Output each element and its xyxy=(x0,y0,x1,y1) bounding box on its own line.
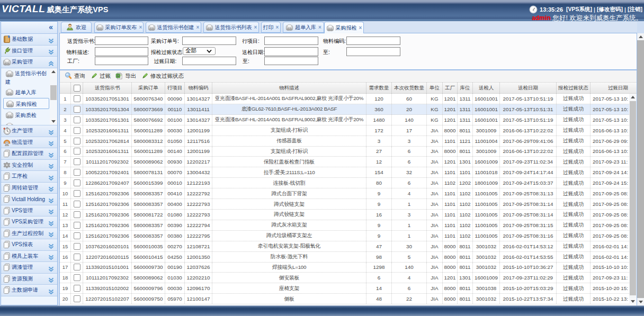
grid-column-header-送检人[interactable]: 送检人 xyxy=(473,83,500,94)
grid-row-12[interactable]: 1212516201709230658000817220108012222793… xyxy=(60,210,629,220)
sidebar-item-采购管理[interactable]: 采购管理 xyxy=(1,57,57,68)
row-checkbox[interactable] xyxy=(74,222,80,229)
grid-row-7[interactable]: 710111201709230258000890620093012202217保… xyxy=(60,157,629,167)
filter-input-至[interactable] xyxy=(346,47,400,56)
grid-column-header-采购订单[interactable]: 采购订单 xyxy=(132,83,165,94)
submenu-item-partial[interactable] xyxy=(1,121,50,125)
row-checkbox[interactable] xyxy=(74,285,80,292)
submenu-scrollbar[interactable] xyxy=(50,68,57,125)
toolbar-button-过账[interactable]: 过账 xyxy=(90,72,111,80)
collapse-sidebar-icon[interactable]: « xyxy=(49,23,53,31)
grid-column-header-单位[interactable]: 单位 xyxy=(427,83,443,94)
tab-采购订单发布[interactable]: 采购订单发布× xyxy=(94,22,144,33)
page-vertical-scrollbar[interactable] xyxy=(637,33,644,305)
chevron-double-down-icon[interactable] xyxy=(48,38,54,44)
tab-close-icon[interactable]: × xyxy=(139,25,142,30)
sidebar-item-VPS管理[interactable]: VPS管理 xyxy=(1,205,57,217)
logout-link[interactable]: [注销] xyxy=(628,6,642,13)
chevron-double-down-icon[interactable] xyxy=(48,198,54,204)
chevron-double-down-icon[interactable] xyxy=(48,164,54,169)
chevron-double-down-icon[interactable] xyxy=(48,186,54,192)
chevron-double-down-icon[interactable] xyxy=(48,49,54,55)
chevron-double-up-icon[interactable] xyxy=(48,61,54,67)
filter-input-至[interactable] xyxy=(264,57,318,66)
grid-row-15[interactable]: 1510376201602010156000100350027012108721… xyxy=(60,241,629,252)
sidebar-item-生产管理[interactable]: 生产管理 xyxy=(1,125,57,137)
grid-row-6[interactable]: 610253201606131156000112890014012001199支… xyxy=(60,147,629,157)
tab-close-icon[interactable]: × xyxy=(318,25,321,30)
submenu-item-采购报检[interactable]: 采购报检 xyxy=(3,98,49,109)
tab-close-icon[interactable]: × xyxy=(196,25,200,30)
chevron-double-down-icon[interactable] xyxy=(48,277,54,283)
row-checkbox[interactable] xyxy=(74,190,80,197)
grid-row-5[interactable]: 510253201706281458000833120105012117516传… xyxy=(60,136,629,147)
row-checkbox[interactable] xyxy=(74,127,80,134)
sidebar-item-工序检[interactable]: 工序检 xyxy=(1,171,57,183)
sidebar-item-周转箱管理[interactable]: 周转箱管理 xyxy=(1,183,57,194)
sidebar-item-基础数据[interactable]: 基础数据 xyxy=(1,34,57,46)
grid-scroll-thumb[interactable] xyxy=(630,101,636,295)
filter-input-行项目[interactable] xyxy=(264,37,318,46)
filter-input-物料编码[interactable] xyxy=(346,37,400,46)
change-password-link[interactable]: [修改密码] xyxy=(597,6,623,13)
sidebar-item-物流管理[interactable]: 物流管理 xyxy=(1,137,57,149)
sidebar-item-安全控制[interactable]: 安全控制 xyxy=(1,160,57,171)
grid-row-1[interactable]: 110335201705130158000763400009013014327亚… xyxy=(60,94,629,104)
row-checkbox[interactable] xyxy=(74,232,80,239)
grid-column-header-本次收货数量[interactable]: 本次收货数量 xyxy=(392,83,427,94)
row-checkbox[interactable] xyxy=(74,254,80,260)
grid-scroll-down-icon[interactable] xyxy=(629,298,637,305)
grid-column-header-库位[interactable]: 库位 xyxy=(458,83,473,94)
chevron-double-down-icon[interactable] xyxy=(48,152,54,158)
row-checkbox[interactable] xyxy=(74,95,80,102)
grid-column-header-物料编码[interactable]: 物料编码 xyxy=(185,83,212,94)
vps-system-link[interactable]: [VPS系统] xyxy=(566,6,592,13)
page-scroll-up-icon[interactable] xyxy=(637,33,644,40)
row-checkbox[interactable] xyxy=(74,274,80,281)
row-checkbox[interactable] xyxy=(74,201,80,207)
tab-close-icon[interactable]: × xyxy=(254,25,257,30)
chevron-double-down-icon[interactable] xyxy=(48,209,54,215)
tab-close-icon[interactable]: × xyxy=(276,25,279,30)
sidebar-item-资源预测[interactable]: 资源预测 xyxy=(1,274,57,285)
grid-row-13[interactable]: 1312516201709230658000833570039012222794… xyxy=(60,220,629,231)
grid-row-8[interactable]: 810052201709240158000781310007013004432拉… xyxy=(60,167,629,178)
grid-column-header-需求数量[interactable]: 需求数量 xyxy=(366,83,392,94)
filter-input-送检日期[interactable] xyxy=(264,47,318,56)
grid-row-20[interactable]: 2012207201510220756000097500597012100147… xyxy=(60,294,629,304)
tab-超单入库[interactable]: 超单入库× xyxy=(283,22,324,33)
chevron-double-down-icon[interactable] xyxy=(48,289,54,295)
row-checkbox[interactable] xyxy=(74,158,80,165)
grid-column-header-报检过账状态[interactable]: 报检过账状态 xyxy=(557,83,591,94)
sidebar-item-生产过程控制[interactable]: 生产过程控制 xyxy=(1,228,57,240)
submenu-scroll-up-icon[interactable] xyxy=(50,68,57,75)
filter-input-物料描述[interactable] xyxy=(95,47,148,56)
row-checkbox[interactable] xyxy=(74,138,80,145)
sidebar-item-接口管理[interactable]: 接口管理 xyxy=(1,46,57,57)
filter-input-送货指示书[interactable] xyxy=(95,37,148,46)
sidebar-item-Victall Holding[interactable]: Victall Holding xyxy=(1,194,57,205)
grid-row-19[interactable]: 1911339201510200256000097960003012096170… xyxy=(60,283,629,294)
grid-row-10[interactable]: 1012516201709230658000833570041012222792… xyxy=(60,188,629,199)
row-checkbox[interactable] xyxy=(74,148,80,155)
sidebar-item-VPS报表[interactable]: VPS报表 xyxy=(1,239,57,251)
grid-column-header-过账日期[interactable]: 过账日期 xyxy=(591,83,637,94)
sidebar-item-调漆管理[interactable]: 调漆管理 xyxy=(1,262,57,274)
page-scroll-down-icon[interactable] xyxy=(637,299,644,305)
filter-input-采购订单号[interactable] xyxy=(182,37,236,46)
tab-close-icon[interactable]: × xyxy=(359,25,362,30)
grid-vertical-scrollbar[interactable] xyxy=(629,94,637,305)
grid-row-2[interactable]: 210335201705130458000736690011013011411底… xyxy=(60,104,629,115)
chevron-double-down-icon[interactable] xyxy=(48,255,54,260)
toolbar-button-导出[interactable]: 导出 xyxy=(115,72,136,80)
row-checkbox[interactable] xyxy=(74,106,80,113)
chevron-double-down-icon[interactable] xyxy=(48,221,54,227)
row-checkbox[interactable] xyxy=(74,179,80,186)
sidebar-item-主数据申请[interactable]: 主数据申请 xyxy=(1,285,57,296)
grid-column-header-行项目[interactable]: 行项目 xyxy=(165,83,185,94)
filter-select-报检过账状态[interactable]: 全部 xyxy=(183,47,216,56)
grid-column-header-工厂[interactable]: 工厂 xyxy=(443,83,458,94)
tab-采购报检[interactable]: 采购报检× xyxy=(324,22,364,34)
tab-打印[interactable]: 打印× xyxy=(261,22,281,33)
row-checkbox[interactable] xyxy=(74,169,80,176)
